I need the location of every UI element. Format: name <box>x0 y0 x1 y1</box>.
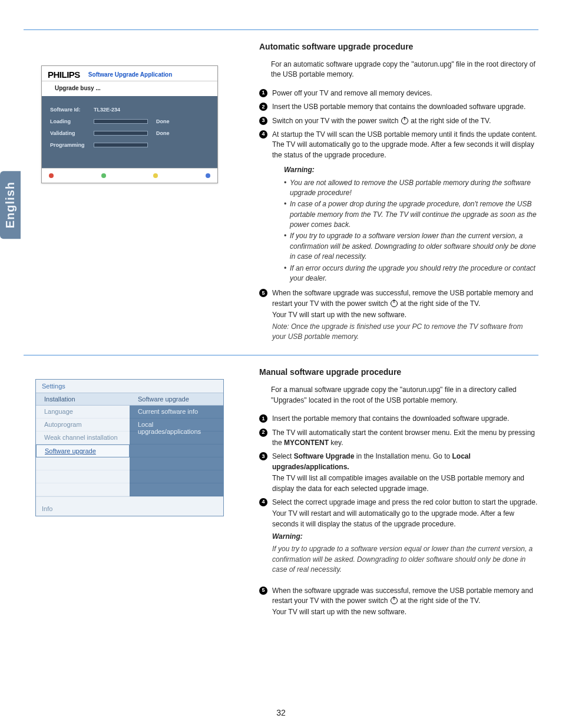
m-step-5b: at the right side of the TV. <box>398 597 480 605</box>
warning-title: Warning: <box>284 165 538 175</box>
power-icon <box>391 597 398 604</box>
menu-empty <box>36 457 130 470</box>
upgrade-app-screenshot: PHILIPS Software Upgrade Application Upg… <box>41 65 218 183</box>
m-step-4: 4Select the correct upgrade image and pr… <box>259 498 538 575</box>
m-step-3c: in the Installation menu. Go to <box>354 452 452 460</box>
menu-current-software-info: Current software info <box>130 406 223 419</box>
yellow-dot-icon <box>153 173 158 178</box>
validating-done: Done <box>156 130 170 136</box>
step-5-text-b: at the right side of the TV. <box>398 299 480 308</box>
step-1-text: Power off your TV and remove all memory … <box>272 89 432 97</box>
step-5-sub: Your TV will start up with the new softw… <box>272 310 538 320</box>
menu-empty <box>130 470 223 483</box>
programming-label: Programming <box>50 142 89 148</box>
software-id-label: Software Id: <box>50 107 89 113</box>
menu-empty <box>130 483 223 496</box>
programming-progress <box>94 143 148 147</box>
menu-empty <box>130 457 223 470</box>
validating-label: Validating <box>50 130 89 136</box>
step-3: 3Switch on your TV with the power switch… <box>259 116 538 126</box>
loading-done: Done <box>156 118 170 124</box>
col2-head: Software upgrade <box>130 393 223 406</box>
loading-label: Loading <box>50 118 89 124</box>
warning-4: If an error occurs during the upgrade yo… <box>284 263 538 284</box>
m-step-2c: key. <box>329 439 343 447</box>
loading-progress <box>94 119 148 124</box>
step-5: 5When the software upgrade was successfu… <box>259 288 538 342</box>
power-icon <box>391 300 398 307</box>
m-step-4a: Select the correct upgrade image and pre… <box>272 498 537 506</box>
validating-progress <box>94 131 148 136</box>
m-step-2: 2The TV will automatically start the con… <box>259 428 538 449</box>
m-step-5: 5When the software upgrade was successfu… <box>259 586 538 618</box>
settings-menu-screenshot: Settings Installation Language Autoprogr… <box>35 379 224 516</box>
step-2-text: Insert the USB portable memory that cont… <box>272 103 525 111</box>
warning-2: In case of a power drop during the upgra… <box>284 199 538 230</box>
mycontent-key: MYCONTENT <box>284 439 329 447</box>
m-step-3a: Select <box>272 452 294 460</box>
philips-logo: PHILIPS <box>48 70 80 80</box>
software-id-value: TL32E-234 <box>94 107 120 113</box>
settings-title: Settings <box>36 380 223 393</box>
page-number: 32 <box>0 708 562 717</box>
menu-weak-channel: Weak channel installation <box>36 431 130 444</box>
step-4-text: At startup the TV will scan the USB port… <box>272 130 537 159</box>
warning-3: If you try to upgrade to a software vers… <box>284 231 538 262</box>
menu-software-upgrade: Software upgrade <box>36 444 130 457</box>
app-title: Software Upgrade Application <box>88 71 172 78</box>
power-icon <box>401 117 408 124</box>
section2-heading: Manual software upgrade procedure <box>259 367 538 377</box>
m-warning-title: Warning: <box>272 532 538 542</box>
settings-footer: Info <box>36 496 223 516</box>
green-dot-icon <box>101 173 106 178</box>
step-2: 2Insert the USB portable memory that con… <box>259 102 538 112</box>
menu-autoprogram: Autoprogram <box>36 419 130 431</box>
section1-heading: Automatic software upgrade procedure <box>259 42 538 51</box>
step-4: 4At startup the TV will scan the USB por… <box>259 130 538 284</box>
menu-empty <box>130 444 223 457</box>
step-5-note: Note: Once the upgrade is finished use y… <box>272 322 538 342</box>
m-step-3b: Software Upgrade <box>294 452 355 460</box>
step-1: 1Power off your TV and remove all memory… <box>259 88 538 98</box>
menu-language: Language <box>36 406 130 419</box>
section1-intro: For an automatic software upgrade copy t… <box>271 60 538 80</box>
section2-intro: For a manual software upgrade copy the "… <box>271 385 538 406</box>
step-3-text-b: at the right side of the TV. <box>409 117 491 125</box>
m-step-3: 3Select Software Upgrade in the Installa… <box>259 452 538 494</box>
m-warning-text: If you try to upgrade to a software vers… <box>272 544 538 575</box>
m-step-5c: Your TV will start up with the new softw… <box>272 607 538 617</box>
step-3-text-a: Switch on your TV with the power switch <box>272 117 401 125</box>
warning-1: You are not allowed to remove the USB po… <box>284 178 538 199</box>
m-step-4b: Your TV will restart and will automatica… <box>272 509 538 529</box>
m-step-1-text: Insert the portable memory that contains… <box>272 414 509 423</box>
menu-local-upgrades: Local upgrades/applications <box>130 419 223 431</box>
upgrade-busy-text: Upgrade busy ... <box>42 81 217 96</box>
blue-dot-icon <box>206 173 210 178</box>
menu-empty <box>36 470 130 483</box>
m-step-1: 1Insert the portable memory that contain… <box>259 414 538 424</box>
language-tab: English <box>0 171 21 239</box>
m-step-3e: The TV will list all compatible images a… <box>272 473 538 494</box>
col1-head: Installation <box>36 393 130 406</box>
red-dot-icon <box>49 173 54 178</box>
menu-empty <box>36 483 130 496</box>
